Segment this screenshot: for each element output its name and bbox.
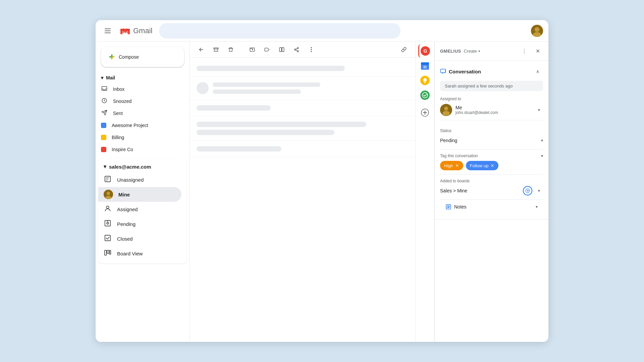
sidebar: ✚ Compose ▾ Mail Inbox Snoozed: [96, 42, 190, 342]
svg-point-34: [311, 51, 312, 52]
delete-button[interactable]: [225, 44, 237, 56]
notes-header[interactable]: Notes ▾: [445, 204, 538, 210]
tags-row: High ✕ Follow up ✕: [440, 161, 543, 170]
awesome-project-dot: [101, 123, 106, 128]
panel-body: Conversation ∧ Sarah assigned a few seco…: [435, 61, 548, 342]
tag-follow-up-close[interactable]: ✕: [490, 163, 494, 168]
svg-point-50: [444, 107, 448, 111]
status-dropdown[interactable]: Pending ▾: [440, 136, 543, 145]
assigned-to-label: Assigned to: [440, 97, 543, 101]
inbox-label: Inbox: [113, 86, 124, 92]
sales-email: sales@acme.com: [109, 164, 151, 170]
conv-header: Conversation ∧: [440, 66, 543, 77]
sales-item-pending[interactable]: Pending: [98, 217, 181, 231]
right-panel: GMELIUS Create ▾ ⋮ ✕: [434, 42, 548, 342]
sent-label: Sent: [113, 111, 123, 116]
svg-point-6: [535, 27, 539, 32]
sidebar-item-inspire-co[interactable]: Inspire Co: [96, 143, 184, 156]
closed-label: Closed: [117, 236, 133, 242]
strip-icon-calendar[interactable]: 31: [418, 59, 432, 72]
compose-label: Compose: [119, 54, 139, 60]
more-button[interactable]: [305, 44, 317, 56]
notes-icon: [445, 204, 451, 210]
svg-rect-1: [105, 31, 111, 31]
tags-section: Tag this conversation ▾ High ✕ Follow up…: [440, 149, 543, 175]
assignee-name: Me: [455, 105, 532, 110]
svg-point-15: [107, 192, 110, 195]
tag-follow-up[interactable]: Follow up ✕: [466, 161, 499, 170]
archive-button[interactable]: [210, 44, 222, 56]
create-label: Create: [464, 49, 477, 54]
svg-point-31: [297, 50, 299, 52]
svg-point-32: [311, 47, 312, 48]
share-button[interactable]: [290, 44, 303, 56]
create-btn[interactable]: Create ▾: [464, 49, 480, 54]
compose-button[interactable]: ✚ Compose: [101, 47, 184, 67]
pending-icon: [104, 220, 112, 229]
mine-avatar: [104, 190, 113, 199]
strip-icon-add[interactable]: [418, 106, 432, 119]
back-button[interactable]: [195, 44, 207, 56]
assigned-to-section: Assigned to Me john: [440, 97, 543, 120]
awesome-project-label: Awesome Project: [112, 123, 148, 128]
strip-icon-tasks[interactable]: [418, 88, 432, 102]
sidebar-item-inbox[interactable]: Inbox: [96, 83, 184, 95]
svg-rect-22: [105, 250, 107, 255]
strip-icon-ideas[interactable]: [418, 74, 432, 87]
email-skeleton-5[interactable]: [190, 141, 415, 157]
conv-collapse-btn[interactable]: ∧: [532, 66, 543, 77]
status-label: Status: [440, 128, 543, 133]
assignee-dropdown-btn[interactable]: ▾: [535, 106, 543, 114]
search-input[interactable]: [159, 23, 400, 39]
label-button[interactable]: [261, 44, 273, 56]
email-skeleton-1[interactable]: [190, 60, 415, 77]
unassigned-icon: [104, 175, 112, 184]
status-value: Pending: [440, 138, 457, 143]
gmail-logo: M Gmail: [118, 24, 152, 38]
sales-item-board-view[interactable]: Board View: [98, 246, 181, 261]
gmail-text: Gmail: [133, 26, 152, 35]
unassigned-label: Unassigned: [117, 177, 144, 183]
skeleton-avatar: [197, 82, 209, 94]
user-avatar-top[interactable]: [531, 25, 543, 37]
sidebar-item-snoozed[interactable]: Snoozed: [96, 95, 184, 107]
tag-high[interactable]: High ✕: [440, 161, 463, 170]
tags-section-chevron: ▾: [541, 154, 543, 158]
split-button[interactable]: [276, 44, 288, 56]
boards-navigate-btn[interactable]: [523, 186, 532, 195]
sales-header[interactable]: ▾ sales@acme.com: [98, 161, 187, 172]
link-button[interactable]: [398, 44, 410, 56]
board-view-label: Board View: [117, 251, 143, 256]
sidebar-item-billing[interactable]: Billing: [96, 131, 184, 143]
move-button[interactable]: [246, 44, 258, 56]
boards-section: Added to boards Sales > Mine ▾: [440, 175, 543, 200]
notes-section: Notes ▾: [440, 200, 543, 214]
svg-point-43: [420, 90, 430, 100]
sidebar-item-awesome-project[interactable]: Awesome Project: [96, 119, 184, 131]
notes-title: Notes: [454, 204, 533, 209]
assigned-icon: [104, 205, 112, 214]
assignment-chip: Sarah assigned a few seconds ago: [440, 81, 543, 91]
sales-item-closed[interactable]: Closed: [98, 231, 181, 246]
strip-icon-gmelius[interactable]: G: [418, 44, 432, 58]
email-skeleton-3[interactable]: [190, 100, 415, 116]
mail-section-header[interactable]: ▾ Mail: [96, 72, 190, 83]
panel-header: GMELIUS Create ▾ ⋮ ✕: [435, 42, 548, 61]
sales-item-unassigned[interactable]: Unassigned: [98, 172, 181, 187]
sales-item-assigned[interactable]: Assigned: [98, 202, 181, 217]
sidebar-item-sent[interactable]: Sent: [96, 107, 184, 119]
panel-close-button[interactable]: ✕: [532, 46, 543, 56]
svg-text:G: G: [424, 48, 427, 54]
boards-row: Sales > Mine ▾: [440, 186, 543, 195]
svg-rect-38: [421, 62, 429, 65]
menu-icon[interactable]: [101, 24, 114, 38]
email-skeleton-2[interactable]: [190, 77, 415, 100]
boards-dropdown-btn[interactable]: ▾: [535, 187, 543, 195]
panel-more-button[interactable]: ⋮: [519, 46, 530, 56]
email-skeleton-4[interactable]: [190, 116, 415, 141]
closed-icon: [104, 234, 112, 243]
sales-collapse-icon: ▾: [104, 164, 106, 170]
sales-item-mine[interactable]: Mine: [98, 187, 181, 202]
tag-high-close[interactable]: ✕: [455, 163, 459, 168]
assignee-row: Me john.stuart@dealet.com ▾: [440, 104, 543, 120]
